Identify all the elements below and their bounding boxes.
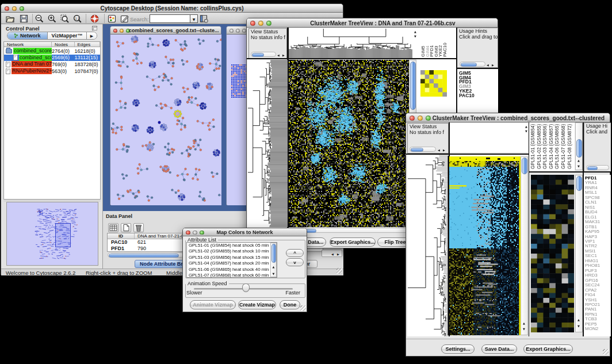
animate-vizmap-button[interactable]: Animate Vizmap <box>190 300 236 309</box>
data-panel-table-scrollbar[interactable]: ◀ ▶ <box>322 250 342 257</box>
help-ring-icon[interactable] <box>90 14 100 24</box>
scrollbar-thumb[interactable] <box>252 53 264 57</box>
scrollbar-thumb[interactable] <box>587 166 598 170</box>
close-button[interactable] <box>230 29 234 33</box>
tv2-labels-vscrollbar[interactable]: ▲ ▼ <box>575 122 583 170</box>
scroll-left-icon[interactable]: ◀ <box>331 252 334 256</box>
scroll-up-icon[interactable]: ▲ <box>577 318 580 321</box>
scroll-right-icon[interactable]: ▶ <box>443 148 445 152</box>
dialog-resize-grip[interactable] <box>299 304 306 311</box>
usage-hints-scrollbar[interactable] <box>586 165 609 170</box>
scroll-up-icon[interactable]: ▲ <box>525 125 527 128</box>
tv1-row-dendrogram[interactable] <box>247 60 288 227</box>
network-view-1-canvas[interactable] <box>111 35 221 205</box>
network-list-row[interactable]: combined_sco2569(6)13112(15) <box>4 55 100 62</box>
zoom-fit-icon[interactable]: 1:1 <box>72 14 82 24</box>
tv2-heatmap-vscrollbar[interactable]: ▲ ▼ <box>521 156 528 335</box>
zoom-out-icon[interactable] <box>35 14 44 24</box>
view-status-scrollbar[interactable] <box>251 52 276 57</box>
scroll-down-icon[interactable]: ▼ <box>273 272 275 275</box>
import-attributes-icon[interactable] <box>199 14 209 24</box>
attribute-list-item[interactable]: GPL51-03 (GSM856) heat shock 15 min <box>187 255 277 260</box>
zoom-selected-icon[interactable] <box>60 14 70 24</box>
tv1-column-dendrogram[interactable] <box>289 28 412 58</box>
column-header-id[interactable]: ID <box>108 233 135 239</box>
zoom-button[interactable] <box>266 21 271 26</box>
dialog-title-bar[interactable]: Map Colors to Network <box>183 228 307 236</box>
column-header-nodes[interactable]: Nodes <box>52 42 75 47</box>
column-header-network[interactable]: Network <box>4 42 52 47</box>
scroll-down-icon[interactable]: ▼ <box>577 324 580 328</box>
tv2-export-graphics-button[interactable]: Export Graphics... <box>523 344 573 354</box>
minimize-button[interactable] <box>120 29 124 33</box>
delete-attribute-icon[interactable] <box>133 223 144 232</box>
annotation-icon[interactable] <box>120 14 129 24</box>
network-name[interactable]: combined_scores_ <box>13 48 52 54</box>
scrollbar-thumb[interactable] <box>410 62 416 110</box>
move-up-button[interactable]: ^ <box>286 249 304 257</box>
slider-thumb[interactable] <box>242 283 250 292</box>
tv1-export-graphics-button[interactable]: Export Graphics... <box>330 237 376 247</box>
move-down-button[interactable]: v <box>286 258 304 266</box>
attribute-list[interactable]: GPL51-01 (GSM854) heat shock 05 minGPL51… <box>186 242 277 278</box>
tv2-row-dendrogram[interactable] <box>407 155 449 336</box>
scroll-right-icon[interactable]: ▶ <box>337 252 339 256</box>
scrollbar-thumb[interactable] <box>461 63 477 67</box>
scrollbar-thumb[interactable] <box>522 158 527 174</box>
scrollbar-thumb[interactable] <box>411 148 423 152</box>
scroll-down-icon[interactable]: ▼ <box>525 129 527 133</box>
close-button[interactable] <box>113 29 117 33</box>
tv2-column-dendrogram-area[interactable] <box>449 123 528 152</box>
new-attribute-icon[interactable] <box>121 223 131 232</box>
window-resize-grip[interactable] <box>335 267 342 274</box>
view-status-scrollbar[interactable] <box>410 147 436 152</box>
window-resize-grip[interactable] <box>602 348 609 355</box>
scroll-right-icon[interactable]: ▶ <box>492 63 494 67</box>
tv2-zoom-vscrollbar[interactable]: ▲ ▼ <box>575 175 583 332</box>
network-list-row[interactable]: combined_scores_2764(0)16218(0) <box>4 48 100 55</box>
scrollbar-thumb[interactable] <box>271 244 276 263</box>
scroll-down-icon[interactable]: ▼ <box>414 35 416 38</box>
main-title-bar[interactable]: Cytoscape Desktop (Session Name: collins… <box>1 4 343 13</box>
scroll-right-icon[interactable]: ▶ <box>282 53 285 57</box>
network-overview-canvas[interactable] <box>7 202 98 265</box>
scroll-up-icon[interactable]: ▲ <box>273 265 275 269</box>
treeview2-title-bar[interactable]: ClusterMaker TreeView : combined_scores_… <box>406 113 610 122</box>
network-name[interactable]: combined_sco <box>19 55 52 61</box>
network-window-1-title-bar[interactable]: combined_scores_good.txt--cluste... <box>110 26 221 35</box>
scroll-up-icon[interactable]: ▲ <box>577 159 580 162</box>
row-id[interactable]: PAC10 <box>108 239 135 246</box>
attribute-list-item[interactable]: GPL51-04 (GSM857) heat shock 20 min <box>187 260 277 266</box>
network-overview-panel[interactable] <box>6 202 98 266</box>
search-input[interactable] <box>150 14 190 23</box>
attribute-list-item[interactable]: GPL51-06 (GSM865) heat shock 40 min <box>187 267 277 273</box>
done-button[interactable]: Done <box>280 300 300 309</box>
network-name[interactable]: DNA and Tran 07 <box>12 61 52 67</box>
vizmapper-icon[interactable] <box>107 14 117 24</box>
open-file-icon[interactable] <box>5 14 15 24</box>
close-button[interactable] <box>250 21 255 26</box>
search-dropdown-arrow[interactable]: ▼ <box>190 14 198 23</box>
create-vizmap-button[interactable]: Create Vizmap <box>238 300 276 309</box>
attribute-list-scrollbar[interactable]: ▲ ▼ <box>270 243 277 277</box>
data-panel-horizontal-scrollbar[interactable] <box>108 252 184 258</box>
scroll-down-icon[interactable]: ▼ <box>523 327 525 331</box>
usage-hints-scrollbar[interactable] <box>460 62 485 67</box>
tv1-heatmap[interactable] <box>289 60 409 227</box>
tv1-zoom-matrix[interactable] <box>420 70 447 97</box>
close-button[interactable] <box>410 116 415 121</box>
tv2-settings-button[interactable]: Settings... <box>441 344 475 354</box>
attribute-list-item[interactable]: GPL51-01 (GSM854) heat shock 05 min <box>187 243 277 248</box>
attribute-list-item[interactable]: GPL51-02 (GSM855) heat shock 10 min <box>187 248 277 254</box>
attribute-list-item[interactable]: GPL51-07 (GSM868) heat shock 60 min <box>187 273 277 278</box>
minimize-button[interactable] <box>236 29 240 33</box>
scrollbar-thumb[interactable] <box>576 139 582 158</box>
tab-vizmapper[interactable]: VizMapper™ <box>48 32 87 39</box>
tv2-heatmap[interactable] <box>449 156 521 335</box>
scrollbar-thumb[interactable] <box>576 176 582 191</box>
tab-network[interactable]: Network <box>7 32 48 39</box>
tab-overflow-arrow[interactable]: ▶ <box>87 32 97 39</box>
treeview1-title-bar[interactable]: ClusterMaker TreeView : DNA and Tran 07-… <box>247 18 498 28</box>
column-header-edges[interactable]: Edges <box>75 42 100 47</box>
tv2-save-data-button[interactable]: Save Data... <box>481 344 517 354</box>
